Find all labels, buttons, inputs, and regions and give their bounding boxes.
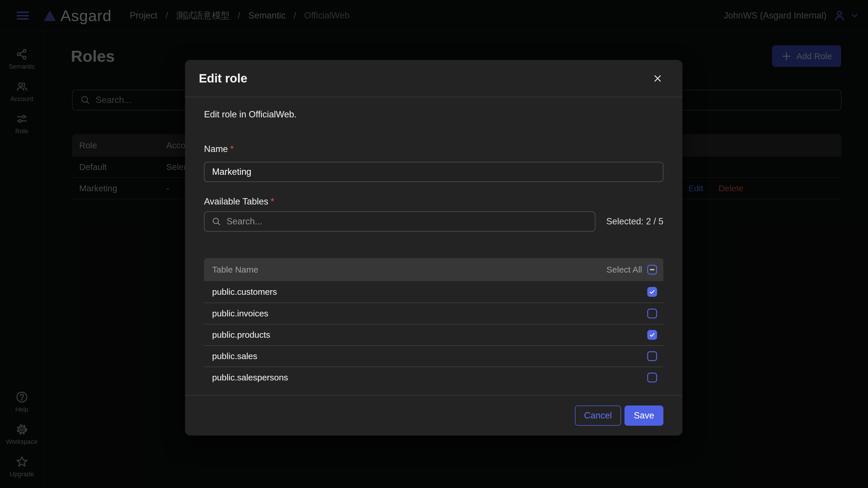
tables-list-header: Table Name Select All [204, 258, 663, 281]
screen: Asgard Project / 測試語意模型 / Semantic / Off… [0, 0, 868, 488]
required-mark: * [271, 196, 274, 206]
row-checkbox-checked[interactable] [647, 330, 657, 340]
table-name: public.products [212, 330, 270, 340]
cancel-button[interactable]: Cancel [575, 405, 621, 426]
name-input[interactable]: Marketing [204, 162, 663, 182]
row-checkbox-unchecked[interactable] [647, 373, 657, 382]
name-input-value: Marketing [212, 167, 251, 177]
required-mark: * [230, 144, 234, 154]
available-tables-label: Available Tables* [204, 196, 663, 207]
select-all-checkbox[interactable] [647, 265, 657, 275]
row-checkbox-checked[interactable] [647, 287, 657, 297]
selected-count: Selected: 2 / 5 [595, 216, 663, 227]
table-name: public.salespersons [212, 373, 288, 382]
search-icon [212, 217, 221, 226]
table-name: public.sales [212, 351, 257, 361]
modal-header: Edit role [185, 60, 682, 97]
modal-title: Edit role [199, 71, 247, 85]
row-checkbox-unchecked[interactable] [647, 351, 657, 361]
table-row: public.salespersons [204, 367, 663, 388]
table-name: public.customers [212, 287, 277, 297]
edit-role-modal: Edit role Edit role in OfficialWeb. Name… [185, 60, 682, 435]
name-label: Name* [204, 144, 663, 154]
table-name: public.invoices [212, 309, 268, 318]
row-checkbox-unchecked[interactable] [647, 309, 657, 318]
table-row: public.invoices [204, 303, 663, 324]
table-row: public.sales [204, 345, 663, 367]
modal-footer: Cancel Save [185, 395, 682, 435]
search-placeholder: Search... [226, 216, 262, 227]
tables-search-input[interactable]: Search... [204, 211, 595, 232]
close-icon[interactable] [651, 72, 664, 85]
table-name-column: Table Name [212, 265, 258, 275]
modal-description: Edit role in OfficialWeb. [204, 109, 663, 120]
table-row: public.products [204, 324, 663, 345]
select-all-label: Select All [607, 265, 642, 275]
indeterminate-mark [650, 269, 654, 270]
table-row: public.customers [204, 281, 663, 303]
save-button[interactable]: Save [624, 405, 663, 426]
tables-list: Table Name Select All public.customers p… [204, 258, 663, 388]
